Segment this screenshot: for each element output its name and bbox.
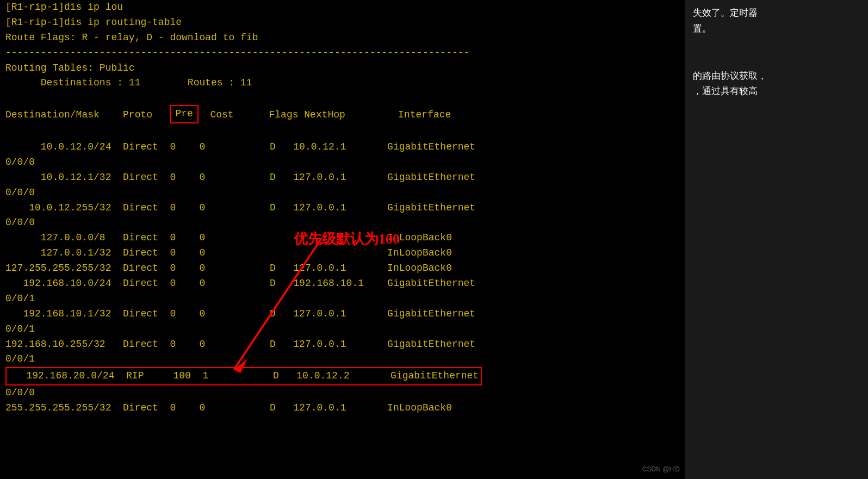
route-row-7: 192.168.10.0/24 Direct 0 0 D 192.168.10.… [5,276,680,291]
rest-header: Cost Flags NextHop Interface [199,109,451,120]
watermark: CSDN @H'D [642,464,680,475]
route-row-rip: 192.168.20.0/24 RIP 100 1 D 10.0.12.2 Gi… [5,367,680,385]
route-row-1-iface: 0/0/0 [5,155,680,170]
terminal-line-1: [R1-rip-1]dis ip lou [5,0,680,15]
divider: ----------------------------------------… [5,46,680,61]
right-panel: 失效了。定时器 置。 的路由协议获取， ，通过具有较高 [685,0,868,479]
route-row-8: 192.168.10.1/32 Direct 0 0 D 127.0.0.1 G… [5,307,680,322]
terminal-panel: [R1-rip-1]dis ip lou [R1-rip-1]dis ip ro… [0,0,685,479]
annotation-arrow [218,234,337,386]
right-line-5: 的路由协议获取， [693,69,860,84]
blank-1 [5,91,680,106]
route-row-2: 10.0.12.1/32 Direct 0 0 D 127.0.0.1 Giga… [5,170,680,185]
route-row-1: 10.0.12.0/24 Direct 0 0 D 10.0.12.1 Giga… [5,140,680,155]
route-row-2-iface: 0/0/0 [5,185,680,201]
route-row-9-iface: 0/0/1 [5,352,680,367]
route-row-last: 255.255.255.255/32 Direct 0 0 D 127.0.0.… [5,401,680,416]
route-row-rip-iface: 0/0/0 [5,385,680,401]
route-row-7-iface: 0/0/1 [5,291,680,307]
blank-2 [5,125,680,140]
route-row-8-iface: 0/0/1 [5,322,680,337]
destinations-routes: Destinations : 11 Routes : 11 [5,76,680,91]
svg-line-0 [234,239,321,370]
route-row-3: 10.0.12.255/32 Direct 0 0 D 127.0.0.1 Gi… [5,201,680,216]
right-line-4 [693,53,860,69]
terminal-line-2: [R1-rip-1]dis ip routing-table [5,15,680,30]
right-line-2: 置。 [693,21,860,37]
pre-header-box: Pre [170,105,198,123]
terminal-line-3: Route Flags: R - relay, D - download to … [5,30,680,46]
right-line-1: 失效了。定时器 [693,5,860,21]
route-row-6: 127.255.255.255/32 Direct 0 0 D 127.0.0.… [5,261,680,276]
right-line-3 [693,37,860,53]
routing-tables-label: Routing Tables: Public [5,61,680,76]
right-line-6: ，通过具有较高 [693,84,860,99]
dest-mask-header: Destination/Mask Proto [5,109,170,120]
table-header: Destination/Mask Proto Pre Cost Flags Ne… [5,106,680,125]
route-row-9: 192.168.10.255/32 Direct 0 0 D 127.0.0.1… [5,337,680,352]
